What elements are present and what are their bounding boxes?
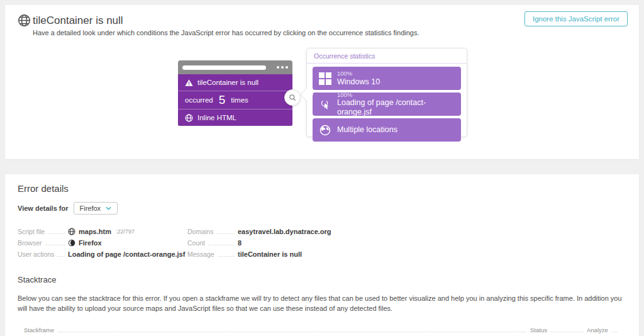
detail-value: tileContainer is null <box>238 250 302 258</box>
detail-value: Firefox <box>79 239 102 247</box>
stacktrace-table-header: Stackframe Status Analyze <box>24 327 621 333</box>
occurrence-label: Windows 10 <box>337 77 380 87</box>
detail-value: easytravel.lab.dynatrace.org <box>238 228 331 235</box>
error-title-row: tileContainer is null <box>178 74 292 91</box>
javascript-error-card: tileContainer is null occurred 5 times I… <box>178 74 292 126</box>
globe-icon <box>68 228 75 235</box>
stacktrace-heading: Stacktrace <box>18 275 626 284</box>
occurred-prefix: occurred <box>185 96 213 104</box>
column-header-status: Status <box>530 327 547 333</box>
occurrence-percent: 100% <box>337 70 380 77</box>
error-card-title: tileContainer is null <box>197 79 258 86</box>
detail-value: 8 <box>238 239 242 247</box>
detail-label: Message <box>187 250 214 258</box>
detail-value: Loading of page /contact-orange.jsf <box>68 250 185 258</box>
error-visualization: tileContainer is null occurred 5 times I… <box>5 5 639 159</box>
occurrence-label: Multiple locations <box>337 125 397 135</box>
detail-label: Script file <box>18 228 45 235</box>
detail-label: Domains <box>187 228 213 235</box>
occurrence-percent: 100% <box>337 91 455 98</box>
occurrence-label: Loading of page /contact-orange.jsf <box>337 98 455 117</box>
detail-label: Count <box>187 239 205 247</box>
inspect-magnifier-button[interactable] <box>284 89 301 106</box>
error-source-label: Inline HTML <box>197 114 236 121</box>
menu-dots-icon <box>277 66 288 69</box>
browser-select-value: Firefox <box>80 204 101 212</box>
firefox-icon <box>68 239 75 247</box>
error-details-heading: Error details <box>18 183 626 194</box>
detail-row-browser: Browser Firefox <box>18 238 187 247</box>
view-details-row: View details for Firefox <box>18 202 626 215</box>
globe-icon <box>319 124 331 137</box>
detail-row-script-file: Script file maps.htm :22/797 <box>18 227 187 235</box>
address-bar-pill <box>182 65 266 70</box>
error-source-row: Inline HTML <box>178 109 292 126</box>
browser-select[interactable]: Firefox <box>74 202 118 215</box>
detail-row-message: Message tileContainer is null <box>187 250 452 258</box>
error-details-card: Error details View details for Firefox S… <box>5 174 639 336</box>
view-details-label: View details for <box>18 204 69 212</box>
occurrence-card-os[interactable]: 100% Windows 10 <box>313 67 461 90</box>
browser-mockup-toolbar <box>178 60 292 74</box>
detail-grid: Script file maps.htm :22/797 Browser <box>18 227 626 258</box>
error-overview-card: tileContainer is null Have a detailed lo… <box>5 5 639 159</box>
detail-row-user-actions: User actions Loading of page /contact-or… <box>18 250 187 258</box>
detail-value: maps.htm <box>79 228 111 235</box>
detail-label: User actions <box>18 250 54 258</box>
error-occurrence-row: occurred 5 times <box>178 91 292 109</box>
occurrence-statistics-panel: Occurrence statistics 100% Windows 10 <box>306 48 467 137</box>
occurrence-cards: 100% Windows 10 100% <box>307 64 467 145</box>
column-header-stackframe: Stackframe <box>24 327 54 333</box>
occurrence-count: 5 <box>219 93 226 107</box>
user-action-icon <box>319 98 331 111</box>
occurrence-card-user-action[interactable]: 100% Loading of page /contact-orange.jsf <box>313 92 461 116</box>
globe-icon <box>185 114 193 122</box>
script-line-column: :22/797 <box>116 228 135 235</box>
browser-mockup: tileContainer is null occurred 5 times I… <box>178 60 292 126</box>
detail-row-domains: Domains easytravel.lab.dynatrace.org <box>187 227 452 235</box>
magnifier-icon <box>289 94 297 102</box>
page: tileContainer is null Have a detailed lo… <box>0 0 644 336</box>
windows-icon <box>319 72 331 85</box>
stacktrace-description: Below you can see the stacktrace for thi… <box>18 294 626 314</box>
occurrence-card-location[interactable]: Multiple locations <box>313 118 461 142</box>
stacktrace-table: Stackframe Status Analyze at insertTiles… <box>24 327 621 336</box>
detail-row-count: Count 8 <box>187 238 452 247</box>
occurrence-statistics-title: Occurrence statistics <box>307 48 467 64</box>
occurred-suffix: times <box>231 96 248 104</box>
warning-icon <box>185 79 193 87</box>
chevron-down-icon <box>106 206 111 210</box>
detail-label: Browser <box>18 239 42 247</box>
column-header-analyze: Analyze <box>587 327 608 333</box>
